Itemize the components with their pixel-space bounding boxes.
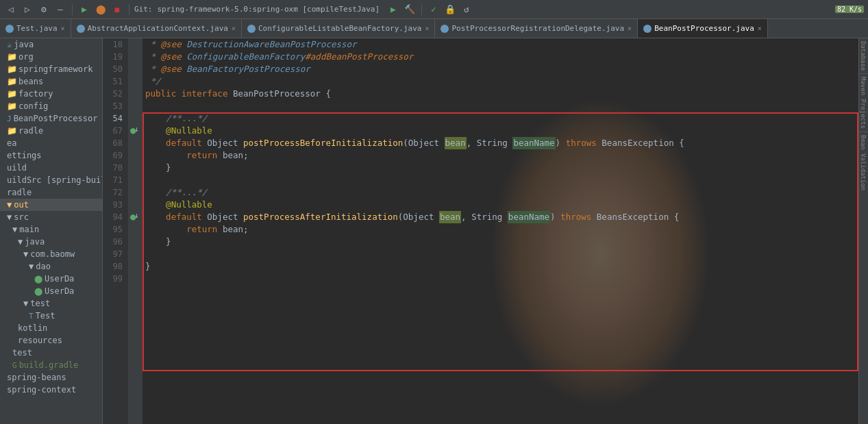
sidebar-item-test2[interactable]: test (0, 347, 102, 359)
highlight-beanname-1: beanName (512, 137, 555, 149)
sidebar-item-out[interactable]: ▼ out (0, 199, 102, 211)
lock-button[interactable]: 🔒 (443, 3, 457, 16)
settings-button[interactable]: ⚙ (37, 3, 51, 16)
refresh-button[interactable]: ↺ (460, 3, 473, 16)
folder-icon-org: 📁 (7, 52, 17, 62)
sidebar-item-test[interactable]: ▼ test (0, 297, 102, 310)
code-line-70: } (145, 162, 868, 174)
right-panel-container: Database Maven Projects Bean Validation (858, 38, 868, 424)
sidebar-item-settings[interactable]: ettings (0, 149, 102, 162)
sidebar-item-build[interactable]: uild (0, 162, 102, 174)
java-icon: ☕ (7, 40, 12, 49)
debug-button[interactable]: ⬤ (94, 3, 108, 16)
checkmark-button[interactable]: ✓ (427, 3, 441, 16)
sidebar-item-java[interactable]: ☕ java (0, 38, 102, 51)
code-line-72: /**...*/ (145, 186, 868, 199)
nav-forward-button[interactable]: ▷ (21, 3, 34, 16)
sidebar-item-ea[interactable]: ea (0, 137, 102, 149)
sidebar-item-userda2[interactable]: ⬤ UserDa (0, 285, 102, 297)
code-line-52: public interface BeanPostProcessor { (145, 88, 868, 100)
folder-icon-config: 📁 (7, 101, 17, 111)
line-numbers: 18 19 50 51 52 53 54 67 68 69 70 71 72 9… (103, 38, 129, 424)
git-badge: 82 K/s (835, 5, 864, 13)
gutter-icon-68b[interactable]: ↓ (134, 125, 139, 134)
sidebar-item-springbeans[interactable]: spring-beans (0, 371, 102, 384)
sidebar-item-src[interactable]: ▼ src (0, 211, 102, 223)
tab-label3: ConfigurableListableBeanFactory.java (258, 24, 421, 33)
sidebar-item-beanpostprocessor[interactable]: J BeanPostProcessor (0, 112, 102, 125)
code-line-54: /**...*/ (145, 112, 868, 125)
tab-close-button3[interactable]: × (425, 25, 429, 32)
sidebar-item-beans[interactable]: 📁 beans (0, 75, 102, 88)
right-panel-maven[interactable]: Maven Projects (859, 74, 868, 132)
gutter-icon-94b[interactable]: ↓ (134, 211, 139, 220)
code-line-19: * @see ConfigurableBeanFactory#addBeanPo… (145, 51, 868, 63)
code-line-99 (145, 273, 868, 285)
sidebar-item-springcontext[interactable]: spring-context (0, 384, 102, 396)
tab-close-button5[interactable]: × (758, 25, 762, 32)
arrow-icon: ▼ (7, 200, 12, 210)
folder-icon-factory: 📁 (7, 89, 17, 99)
stop-button[interactable]: ◼ (110, 3, 124, 16)
toolbar: ◁ ▷ ⚙ — ▶ ⬤ ◼ Git: spring-framework-5.0:… (0, 0, 868, 19)
java-file-icon5 (643, 25, 652, 33)
sidebar-item-buildgradle[interactable]: G build.gradle (0, 359, 102, 371)
tab-bar: Test.java × AbstractApplicationContext.j… (0, 19, 868, 38)
git-label: Git: (134, 5, 153, 14)
tab-label: Test.java (16, 24, 58, 33)
tab-postprocessor-delegate[interactable]: PostProcessorRegistrationDelegate.java × (435, 19, 638, 38)
sidebar-item-buildsrc[interactable]: uildSrc [spring-build-src (0, 174, 102, 186)
sidebar-item-radle2[interactable]: radle (0, 186, 102, 199)
sidebar-item-combaomw[interactable]: ▼ com.baomw (0, 248, 102, 260)
tab-configurable-bean[interactable]: ConfigurableListableBeanFactory.java × (242, 19, 435, 38)
java-file-icon (5, 25, 14, 33)
right-panel-database[interactable]: Database (859, 38, 868, 74)
sidebar-item-dao[interactable]: ▼ dao (0, 260, 102, 273)
arrow-icon2: ▼ (7, 212, 12, 222)
code-line-51: */ (145, 75, 868, 88)
arrow-icon6: ▼ (29, 262, 34, 271)
sidebar-item-main[interactable]: ▼ main (0, 223, 102, 236)
minus-button[interactable]: — (53, 3, 67, 16)
java-userda2-icon: ⬤ (34, 287, 42, 296)
tab-close-button4[interactable]: × (628, 25, 632, 32)
nav-back-button[interactable]: ◁ (4, 3, 18, 16)
sidebar-item-org[interactable]: 📁 org (0, 51, 102, 63)
tab-label4: PostProcessorRegistrationDelegate.java (451, 24, 624, 33)
run-config-button[interactable]: ▶ (386, 3, 400, 16)
code-line-95: return bean; (145, 223, 868, 236)
sidebar-item-factory[interactable]: 📁 factory (0, 88, 102, 100)
main-layout: ☕ java 📁 org 📁 springframework 📁 beans 📁… (0, 38, 868, 424)
sidebar-item-config[interactable]: 📁 config (0, 100, 102, 112)
right-panel-bean-validation[interactable]: Bean Validation (859, 132, 868, 193)
sidebar-item-java2[interactable]: ▼ java (0, 236, 102, 248)
sidebar-item-kotlin[interactable]: kotlin (0, 322, 102, 334)
code-line-50: * @see BeanFactoryPostProcessor (145, 63, 868, 75)
folder-icon-radle: 📁 (7, 126, 17, 136)
tab-close-button2[interactable]: × (232, 25, 236, 32)
sidebar-item-testjava[interactable]: T Test (0, 310, 102, 322)
java-file-icon3 (247, 25, 256, 33)
code-line-71 (145, 174, 868, 186)
code-line-96: } (145, 236, 868, 248)
arrow-icon3: ▼ (12, 225, 17, 234)
build-button[interactable]: 🔨 (403, 3, 417, 16)
sidebar: ☕ java 📁 org 📁 springframework 📁 beans 📁… (0, 38, 103, 424)
sidebar-item-radle[interactable]: 📁 radle (0, 125, 102, 137)
tab-test-java[interactable]: Test.java × (0, 19, 71, 38)
code-line-68: default Object postProcessBeforeInitiali… (145, 137, 868, 149)
tab-label2: AbstractApplicationContext.java (88, 24, 228, 33)
sidebar-item-userda1[interactable]: ⬤ UserDa (0, 273, 102, 285)
arrow-icon4: ▼ (18, 237, 23, 247)
tab-close-button[interactable]: × (61, 25, 65, 32)
tab-abstract-context[interactable]: AbstractApplicationContext.java × (71, 19, 242, 38)
run-button[interactable]: ▶ (77, 3, 91, 16)
code-content: 18 19 50 51 52 53 54 67 68 69 70 71 72 9… (103, 38, 868, 424)
tab-bean-postprocessor[interactable]: BeanPostProcessor.java × (638, 19, 768, 38)
code-line-18: * @see DestructionAwareBeanPostProcessor (145, 38, 868, 51)
sidebar-item-resources[interactable]: resources (0, 334, 102, 347)
code-lines[interactable]: * @see DestructionAwareBeanPostProcessor… (142, 38, 868, 424)
code-line-53 (145, 100, 868, 112)
folder-icon-beans: 📁 (7, 77, 17, 86)
sidebar-item-springframework[interactable]: 📁 springframework (0, 63, 102, 75)
